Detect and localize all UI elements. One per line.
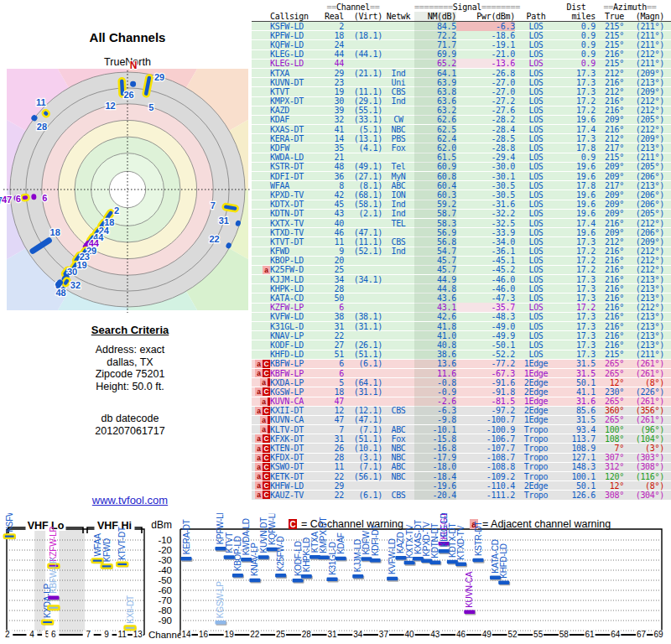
cell-callsign: KATA-CD: [270, 293, 324, 303]
cell-azimuth-magnetic: (308°): [624, 462, 664, 471]
polar-marker-label: 6: [16, 194, 21, 204]
cell-noise-margin: -16.8: [414, 444, 456, 453]
cell-power: -110.4: [456, 481, 515, 491]
signal-bar-label: KGSW-LP: [216, 581, 225, 618]
cell-noise-margin: -9.8: [414, 415, 456, 424]
cell-noise-margin: 59.2: [414, 200, 456, 209]
cell-noise-margin: 11.6: [414, 369, 456, 378]
cell-distance-miles: 127.1: [557, 453, 596, 462]
cell-path: LOS: [515, 228, 557, 237]
cell-virtual-channel: (51.1): [344, 350, 382, 359]
cell-noise-margin: 43.1: [414, 303, 456, 312]
cell-real-channel: 32: [324, 115, 344, 124]
cell-power: -28.4: [456, 125, 515, 134]
cell-real-channel: 14: [324, 134, 344, 143]
cell-noise-margin: 60.4: [414, 181, 456, 190]
cell-azimuth-magnetic: (211°): [624, 31, 664, 40]
cell-callsign: KXDA-LP: [270, 378, 324, 387]
signal-bar: [181, 557, 192, 561]
cell-virtual-channel: (52.1): [344, 247, 382, 256]
cell-real-channel: 38: [324, 312, 344, 321]
cell-azimuth-true: 216°: [596, 96, 624, 106]
cell-real-channel: 5: [324, 378, 344, 387]
signal-bar: [4, 534, 15, 538]
cell-virtual-channel: (38.1): [344, 312, 382, 321]
table-row: KDTX-DT45(58.1)Ind59.2-31.6LOS19.6209°(2…: [252, 200, 671, 210]
cell-virtual-channel: (11.1): [344, 87, 382, 96]
table-row: aCKBFW-LP6(6.1)13.6-77.21Edge31.5265°(26…: [252, 360, 671, 369]
cell-callsign: KVFW-LD: [270, 312, 324, 321]
cell-callsign: KWDA-LD: [270, 153, 324, 162]
cell-path: Tropo: [515, 434, 557, 444]
cell-distance-miles: 19.6: [557, 162, 596, 171]
table-row: KERA-DT14(13.1)PBS62.4-28.5LOS17.3212°(2…: [252, 134, 671, 143]
cell-path: LOS: [515, 143, 557, 153]
cell-azimuth-magnetic: (212°): [624, 125, 664, 134]
cell-power: -52.2: [456, 350, 515, 359]
signal-bar-label: KTVT-DT: [117, 527, 127, 560]
cell-virtual-channel: (11.1): [344, 237, 382, 247]
table-row: aCKHFW-LD29-19.6-110.42Edge50.112°(8°): [252, 481, 671, 491]
cell-power: -111.2: [456, 491, 515, 500]
cell-power: -46.0: [456, 284, 515, 293]
cell-azimuth-magnetic: (206°): [624, 190, 664, 200]
cell-real-channel: 18: [324, 31, 344, 40]
cell-noise-margin: -6.3: [414, 406, 456, 415]
cell-power: -108.8: [456, 462, 515, 471]
cell-real-channel: 46: [324, 228, 344, 237]
polar-title: All Channels: [90, 30, 166, 44]
signal-bar: [473, 558, 484, 563]
cell-noise-margin: 43.6: [414, 293, 456, 303]
cell-real-channel: 20: [324, 256, 344, 265]
cell-distance-miles: 17.2: [557, 247, 596, 256]
cell-power: -18.6: [456, 31, 515, 40]
table-group-header: ==Channel==========Signal========Dist==A…: [252, 3, 671, 12]
cell-azimuth-true: 265°: [596, 359, 624, 368]
cell-path: LOS: [515, 59, 557, 68]
x-tick-label: 13: [133, 630, 143, 639]
cell-real-channel: 22: [324, 491, 344, 500]
cell-network: NBC: [382, 472, 414, 481]
cell-power: -45.1: [456, 256, 515, 265]
signal-bar-label: KDAF: [336, 532, 346, 554]
db-datecode-label: db datecode: [0, 413, 260, 425]
cell-path: LOS: [515, 87, 557, 96]
cell-virtual-channel: (34.1): [344, 275, 382, 284]
cell-network: CW: [382, 115, 414, 124]
cell-noise-margin: 62.6: [414, 115, 456, 124]
cell-callsign: KTEN-DT: [270, 444, 324, 453]
cell-distance-miles: 0.9: [557, 153, 596, 162]
true-north-label: TrueNorth: [104, 56, 151, 68]
tvfool-link[interactable]: www.tvfool.com: [92, 494, 168, 506]
y-tick-label: -30: [158, 555, 172, 565]
adjacent-warning-badge: a: [255, 360, 263, 368]
cell-path: Tropo: [515, 462, 557, 471]
table-row: KQFW-LD2471.7-19.1LOS0.9215°(211°): [252, 40, 671, 49]
cell-azimuth-magnetic: (209°): [624, 134, 664, 143]
cell-network: NBC: [382, 453, 414, 462]
cell-callsign: KPFW-LD: [270, 31, 324, 40]
cell-power: -67.3: [456, 369, 515, 378]
cell-callsign: KZFW-LP: [270, 303, 324, 312]
cell-path: LOS: [515, 78, 557, 87]
cell-power: -49.9: [456, 331, 515, 340]
table-row: aCKBFW-LP611.6-67.31Edge31.5265°(261°): [252, 369, 671, 378]
cell-virtual-channel: (49.1): [344, 162, 382, 171]
cell-path: LOS: [515, 96, 557, 106]
cell-path: LOS: [515, 331, 557, 340]
cell-power: -91.6: [456, 378, 515, 387]
signal-bar-label: KZFW-LP: [49, 527, 58, 562]
y-tick-label: -60: [158, 585, 172, 595]
x-tick-label: 11: [118, 630, 127, 639]
cell-virtual-channel: (2.1): [344, 209, 382, 218]
cell-path: 1Edge: [515, 359, 557, 368]
x-tick-label: 55: [533, 630, 544, 639]
cell-path: LOS: [515, 265, 557, 274]
cell-azimuth-true: 265°: [596, 415, 624, 424]
cell-azimuth-magnetic: (212°): [624, 265, 664, 274]
cell-distance-miles: 17.3: [557, 331, 596, 340]
cell-callsign: KHFD-LD: [270, 350, 324, 359]
adjacent-warning-badge: a: [255, 387, 263, 396]
signal-bar-label: KSFW-LD: [5, 513, 14, 532]
x-tick-label: 19: [225, 630, 235, 639]
